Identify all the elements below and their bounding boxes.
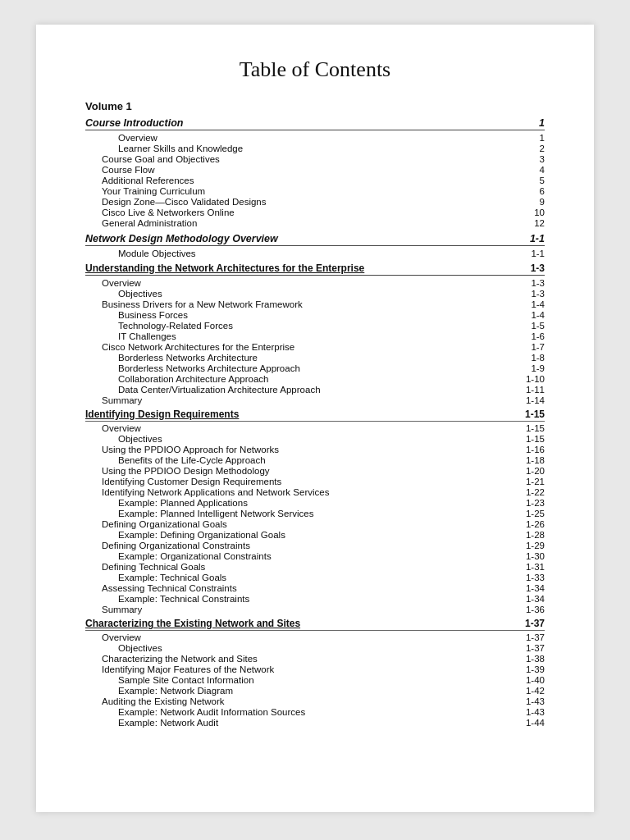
toc-entry: Example: Planned Applications1-23 — [85, 497, 545, 508]
toc-entry-page: 1-3 — [531, 289, 545, 299]
toc-entry: Borderless Networks Architecture Approac… — [85, 363, 545, 373]
toc-entry-page: 1-40 — [526, 675, 545, 685]
toc-entry-title: Using the PPDIOO Design Methodology — [102, 466, 270, 476]
toc-entry-page: 1-31 — [526, 562, 545, 572]
toc-entry-title: Business Drivers for a New Network Frame… — [102, 299, 303, 309]
toc-entry-page: 3 — [540, 154, 545, 164]
toc-entry: Using the PPDIOO Design Methodology1-20 — [85, 465, 545, 476]
toc-entry-title: Example: Defining Organizational Goals — [118, 530, 285, 540]
page-title: Table of Contents — [85, 57, 545, 82]
toc-entry-page: 1-38 — [526, 654, 545, 664]
toc-entry-page: 1-28 — [526, 530, 545, 540]
toc-entry: Sample Site Contact Information1-40 — [85, 674, 545, 685]
toc-entry: Defining Organizational Constraints1-29 — [85, 540, 545, 550]
toc-entry: Overview1-3 — [85, 277, 545, 288]
toc-entry-title: Sample Site Contact Information — [118, 675, 254, 685]
toc-entry-title: Collaboration Architecture Approach — [118, 374, 268, 384]
toc-entry: Identifying Major Features of the Networ… — [85, 664, 545, 674]
toc-entry-page: 1-34 — [526, 594, 545, 604]
toc-entry-title: Data Center/Virtualization Architecture … — [118, 385, 321, 395]
toc-entry: Business Forces1-4 — [85, 309, 545, 320]
toc-entry: Example: Network Diagram1-42 — [85, 685, 545, 696]
toc-entry: Cisco Network Architectures for the Ente… — [85, 341, 545, 352]
toc-entry: Objectives1-15 — [85, 433, 545, 444]
toc-entry-page: 1-15 — [526, 434, 545, 444]
toc-entry-page: 1-15 — [526, 423, 545, 433]
toc-entry-title: Example: Planned Applications — [118, 498, 248, 508]
toc-entry-page: 1-43 — [526, 707, 545, 717]
toc-entry-page: 1-14 — [526, 395, 545, 405]
toc-entry: Design Zone—Cisco Validated Designs9 — [85, 196, 545, 207]
toc-entry-title: Borderless Networks Architecture — [118, 353, 258, 363]
toc-header: Network Design Methodology Overview1-1 — [85, 233, 545, 246]
toc-entry-page: 9 — [540, 197, 545, 207]
toc-entry: Example: Network Audit Information Sourc… — [85, 706, 545, 717]
toc-header: Identifying Design Requirements1-15 — [85, 409, 545, 422]
toc-entry: Example: Network Audit1-44 — [85, 717, 545, 728]
toc-entry: Cisco Live & Networkers Online10 — [85, 207, 545, 217]
toc-entry-title: Borderless Networks Architecture Approac… — [118, 363, 300, 373]
toc-entry-page: 5 — [540, 176, 545, 185]
toc-header-page: 1-37 — [525, 618, 545, 629]
toc-entry-title: Defining Organizational Goals — [102, 519, 227, 529]
toc-entry-page: 1-5 — [531, 321, 545, 331]
toc-entry-title: Characterizing the Network and Sites — [102, 654, 258, 664]
toc-header-title: Characterizing the Existing Network and … — [85, 618, 300, 629]
toc-entry-page: 1-7 — [531, 342, 545, 352]
toc-entry: Benefits of the Life-Cycle Approach1-18 — [85, 454, 545, 465]
toc-entry: Using the PPDIOO Approach for Networks1-… — [85, 444, 545, 454]
toc-entry-page: 1-36 — [526, 605, 545, 614]
toc-entry-page: 1-20 — [526, 466, 545, 476]
toc-entry-page: 1-26 — [526, 519, 545, 529]
toc-entry: Summary1-14 — [85, 395, 545, 405]
toc-entry-title: Identifying Major Features of the Networ… — [102, 664, 274, 674]
toc-entry: Collaboration Architecture Approach1-10 — [85, 373, 545, 384]
toc-entry-title: Overview — [102, 632, 141, 642]
toc-header-title: Identifying Design Requirements — [85, 409, 239, 420]
toc-entry: Learner Skills and Knowledge2 — [85, 143, 545, 153]
toc-entry: Example: Technical Goals1-33 — [85, 572, 545, 582]
toc-entry-page: 1-39 — [526, 664, 545, 674]
toc-entry-page: 1-30 — [526, 551, 545, 561]
toc-header-title: Network Design Methodology Overview — [85, 233, 278, 244]
toc-entry: Overview1-37 — [85, 632, 545, 642]
toc-entry-title: General Administration — [102, 218, 197, 228]
toc-entry-title: Course Goal and Objectives — [102, 154, 220, 164]
toc-entry-title: Cisco Network Architectures for the Ente… — [102, 342, 294, 352]
toc-entry-page: 10 — [534, 208, 545, 217]
toc-entry-title: Your Training Curriculum — [102, 186, 205, 196]
toc-entry: Additional References5 — [85, 175, 545, 185]
toc-entry: Data Center/Virtualization Architecture … — [85, 384, 545, 395]
toc-entry: Example: Organizational Constraints1-30 — [85, 550, 545, 561]
toc-entry-page: 1-1 — [531, 249, 545, 258]
toc-entry: Characterizing the Network and Sites1-38 — [85, 653, 545, 664]
toc-container: Course Introduction1Overview1Learner Ski… — [85, 117, 545, 728]
toc-entry-page: 1-4 — [531, 299, 545, 309]
toc-entry-page: 1-3 — [531, 278, 545, 288]
toc-entry: Auditing the Existing Network1-43 — [85, 696, 545, 706]
toc-entry-title: IT Challenges — [118, 331, 176, 341]
toc-entry-page: 1-33 — [526, 573, 545, 582]
toc-entry: Overview1-15 — [85, 422, 545, 433]
toc-entry-title: Defining Technical Goals — [102, 562, 205, 572]
toc-entry-title: Overview — [102, 423, 141, 433]
toc-header-page: 1-1 — [530, 233, 545, 244]
toc-entry-page: 1-4 — [531, 310, 545, 320]
toc-entry-page: 1-6 — [531, 331, 545, 341]
toc-entry: Objectives1-37 — [85, 642, 545, 653]
toc-entry-title: Identifying Customer Design Requirements — [102, 477, 281, 486]
toc-header-page: 1 — [539, 117, 545, 129]
toc-entry: Identifying Network Applications and Net… — [85, 486, 545, 497]
toc-entry: Module Objectives1-1 — [85, 248, 545, 258]
toc-entry-page: 1-11 — [526, 385, 545, 395]
toc-entry-page: 1 — [540, 133, 545, 143]
toc-entry-page: 4 — [540, 165, 545, 175]
toc-entry-page: 12 — [534, 218, 545, 228]
volume-label: Volume 1 — [85, 100, 545, 112]
toc-entry-title: Cisco Live & Networkers Online — [102, 208, 235, 217]
toc-entry: Example: Defining Organizational Goals1-… — [85, 529, 545, 540]
toc-entry: Technology-Related Forces1-5 — [85, 320, 545, 331]
toc-entry-title: Additional References — [102, 176, 194, 185]
toc-entry: Defining Organizational Goals1-26 — [85, 518, 545, 529]
toc-header: Understanding the Network Architectures … — [85, 262, 545, 276]
